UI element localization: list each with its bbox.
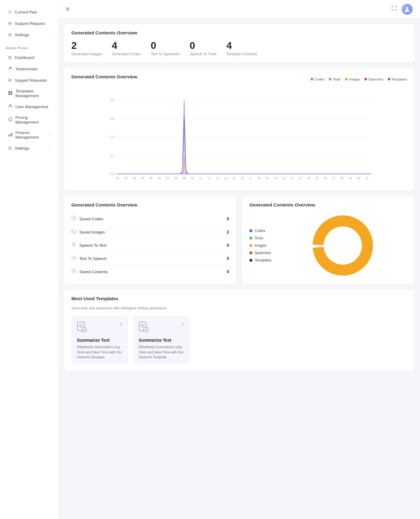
- user-management-icon: [8, 104, 13, 109]
- svg-text:01: 01: [116, 177, 120, 180]
- svg-text:23: 23: [299, 177, 302, 180]
- stat-template-contents: 4 Template Contents: [226, 40, 257, 56]
- svg-text:29: 29: [348, 177, 352, 180]
- donut-legend: Codes Texts Images Speeches: [249, 229, 271, 262]
- sidebar-item-label: Settings: [15, 33, 29, 37]
- legend-speeches: Speeches: [364, 77, 383, 81]
- saved-images-icon: [71, 229, 76, 235]
- pricing-management-icon: $: [8, 117, 13, 123]
- svg-text:18: 18: [257, 177, 261, 180]
- stats-card: Generated Contents Overview 2 Generated …: [64, 24, 414, 62]
- finance-management-icon: [8, 132, 13, 138]
- svg-marker-62: [72, 257, 74, 259]
- svg-rect-4: [10, 93, 12, 95]
- donut-legend-templates: Templates: [249, 258, 271, 262]
- svg-rect-2: [10, 91, 12, 93]
- donut-dot-speeches: [249, 251, 252, 254]
- admin-panel-label: Admin Panel: [0, 41, 58, 52]
- saved-contents-icon: [71, 269, 76, 275]
- svg-text:30: 30: [357, 177, 360, 180]
- line-chart-card: Generated Contents Overview Codes Texts …: [64, 68, 414, 191]
- content-list-title: Generated Contents Overview: [71, 202, 229, 207]
- stat-text-to-speeches: 0 Text To Speeches: [151, 40, 180, 56]
- chevron-right-icon: ›: [49, 133, 50, 137]
- svg-text:12: 12: [207, 177, 211, 180]
- svg-text:04: 04: [141, 177, 145, 180]
- svg-text:13: 13: [216, 177, 219, 180]
- sidebar-item-support-requests[interactable]: ⊕ Support Requests: [2, 75, 56, 86]
- donut-dot-texts: [249, 237, 252, 240]
- svg-text:31: 31: [365, 177, 369, 180]
- fullscreen-button[interactable]: [391, 5, 397, 13]
- donut-label: Speeches: [255, 251, 271, 255]
- menu-button[interactable]: ≡: [66, 6, 69, 13]
- sidebar-item-label: Support Requests: [15, 78, 47, 83]
- stat-label: Text To Speeches: [151, 52, 180, 56]
- template-card-0[interactable]: ↙ Summarize Text Effortlessly Summarize …: [71, 316, 128, 365]
- stat-speech-to-texts: 0 Speech To Texts: [190, 40, 217, 56]
- svg-text:2.0: 2.0: [110, 135, 114, 139]
- svg-rect-63: [72, 269, 76, 273]
- template-name-0: Summarize Text: [77, 338, 123, 343]
- support-requests-icon: ⊕: [8, 77, 12, 83]
- stat-generated-images: 2 Generated Images: [71, 40, 102, 56]
- template-arrow-icon: ↙: [119, 321, 123, 327]
- svg-point-11: [406, 7, 408, 10]
- support-request-icon: ⊕: [8, 21, 12, 26]
- sidebar-item-testimonials[interactable]: Testimonials: [2, 63, 56, 74]
- donut-svg-container: [279, 215, 407, 276]
- sidebar-item-dashboard[interactable]: ⊞ Dashboard: [2, 52, 56, 63]
- stat-label: Generated Codes: [112, 52, 141, 56]
- bottom-row: Generated Contents Overview Saved Codes …: [64, 196, 414, 290]
- template-doc-icon-0: [77, 321, 123, 335]
- svg-text:03: 03: [133, 177, 136, 180]
- stat-value: 0: [190, 40, 217, 51]
- list-label: Saved Images: [79, 230, 224, 234]
- svg-text:11: 11: [199, 177, 203, 180]
- sidebar-item-settings-bottom[interactable]: ⊕ Settings ›: [2, 143, 56, 154]
- svg-text:24: 24: [307, 177, 311, 180]
- template-card-1[interactable]: ↙ Summarize Text Effortlessly Summarize …: [133, 316, 190, 365]
- svg-text:08: 08: [174, 177, 178, 180]
- sidebar-item-current-plan[interactable]: ⊙ Current Plan: [2, 6, 56, 18]
- sidebar-item-label: Current Plan: [15, 10, 37, 14]
- list-label: Speech To Text: [79, 243, 224, 248]
- template-arrow-icon: ↙: [181, 321, 185, 327]
- stats-card-title: Generated Contents Overview: [71, 30, 407, 35]
- stat-label: Speech To Texts: [190, 52, 217, 56]
- chart-legend: Codes Texts Images Speeches Templates: [311, 77, 407, 81]
- stat-label: Template Contents: [226, 52, 257, 56]
- donut-legend-images: Images: [249, 243, 271, 248]
- legend-texts: Texts: [329, 77, 341, 81]
- list-count: 0: [227, 256, 229, 261]
- sidebar-item-label: Finance Management: [15, 130, 46, 140]
- svg-rect-9: [10, 134, 11, 136]
- donut-legend-texts: Texts: [249, 236, 271, 240]
- svg-text:02: 02: [124, 177, 128, 180]
- list-count: 0: [227, 216, 229, 221]
- dashboard-icon: ⊞: [8, 55, 12, 60]
- svg-text:21: 21: [282, 177, 286, 180]
- sidebar-item-user-management[interactable]: User Management: [2, 101, 56, 112]
- avatar[interactable]: [402, 4, 413, 15]
- legend-templates: Templates: [388, 77, 407, 81]
- template-desc-0: Effortlessly Summarize Long Texts and Sa…: [77, 344, 123, 360]
- testimonials-icon: [8, 66, 13, 72]
- stat-label: Generated Images: [71, 52, 102, 56]
- sidebar-item-templates-management[interactable]: Templates Management: [2, 86, 56, 101]
- current-plan-icon: ⊙: [8, 9, 12, 15]
- settings-bottom-icon: ⊕: [8, 145, 12, 151]
- sidebar-item-finance-management[interactable]: Finance Management ›: [2, 128, 56, 142]
- donut-area: Codes Texts Images Speeches: [249, 212, 407, 276]
- stats-row: 2 Generated Images 4 Generated Codes 0 T…: [71, 40, 407, 56]
- stat-value: 4: [226, 40, 257, 51]
- template-name-1: Summarize Text: [139, 338, 184, 343]
- svg-text:10: 10: [191, 177, 194, 180]
- sidebar-item-support-request[interactable]: ⊕ Support Request: [2, 18, 56, 29]
- sidebar-item-settings-top[interactable]: ⊕ Settings ›: [2, 29, 56, 40]
- donut-legend-speeches: Speeches: [249, 251, 271, 255]
- svg-text:25: 25: [315, 177, 319, 180]
- donut-dot-codes: [249, 229, 252, 232]
- sidebar-item-pricing-management[interactable]: $ Pricing Management: [2, 112, 56, 127]
- text-to-speech-icon: [71, 255, 76, 261]
